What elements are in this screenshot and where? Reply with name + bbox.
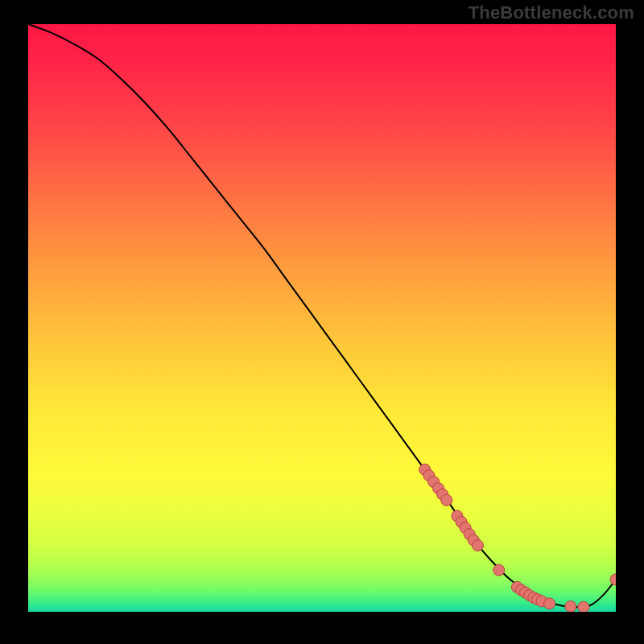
data-marker (441, 494, 452, 506)
gradient-background (28, 24, 616, 612)
data-marker (578, 601, 589, 612)
chart-stage: TheBottleneck.com (0, 0, 644, 644)
plot-svg (28, 24, 616, 612)
data-marker (565, 601, 576, 612)
watermark-label: TheBottleneck.com (469, 2, 634, 23)
data-marker (472, 540, 483, 551)
data-marker (493, 564, 505, 576)
plot-area (28, 24, 616, 612)
data-marker (544, 598, 555, 609)
